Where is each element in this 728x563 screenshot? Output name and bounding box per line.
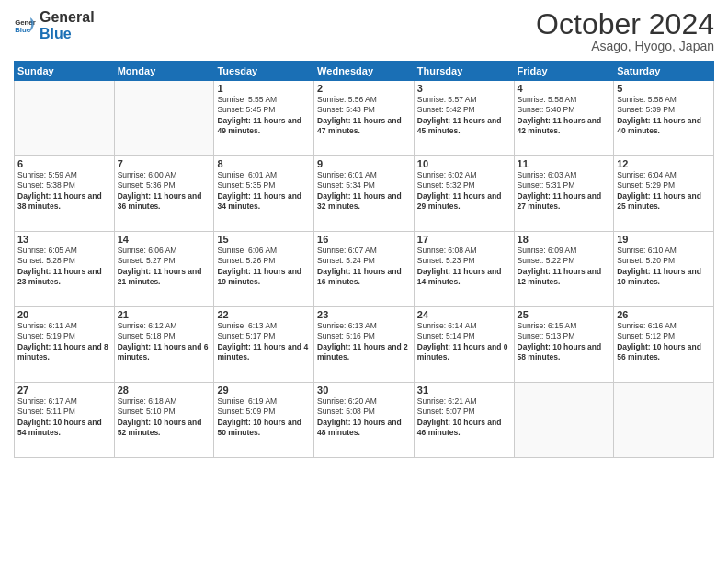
cell-info: Sunrise: 6:16 AMSunset: 5:12 PMDaylight:…: [617, 321, 711, 363]
calendar-cell: 17Sunrise: 6:08 AMSunset: 5:23 PMDayligh…: [414, 232, 514, 307]
calendar-cell: [614, 383, 714, 458]
day-number: 29: [217, 385, 311, 396]
day-number: 30: [317, 385, 411, 396]
calendar-cell: 13Sunrise: 6:05 AMSunset: 5:28 PMDayligh…: [15, 232, 115, 307]
cell-info: Sunrise: 5:58 AMSunset: 5:40 PMDaylight:…: [518, 95, 611, 137]
cell-info: Sunrise: 6:03 AMSunset: 5:31 PMDaylight:…: [518, 170, 611, 213]
calendar-cell: [514, 383, 614, 458]
cell-info: Sunrise: 6:14 AMSunset: 5:14 PMDaylight:…: [417, 321, 511, 363]
day-number: 16: [317, 234, 411, 245]
day-number: 17: [417, 234, 511, 245]
title-area: October 2024 Asago, Hyogo, Japan: [536, 9, 714, 53]
calendar-cell: [15, 81, 115, 156]
calendar-week-row: 20Sunrise: 6:11 AMSunset: 5:19 PMDayligh…: [15, 307, 714, 383]
logo: General Blue General Blue: [14, 9, 95, 41]
day-number: 26: [617, 309, 711, 320]
calendar-cell: 11Sunrise: 6:03 AMSunset: 5:31 PMDayligh…: [514, 156, 614, 232]
cell-info: Sunrise: 6:09 AMSunset: 5:22 PMDaylight:…: [518, 246, 611, 288]
cell-info: Sunrise: 6:01 AMSunset: 5:35 PMDaylight:…: [217, 170, 311, 213]
day-number: 22: [217, 309, 311, 320]
cell-info: Sunrise: 6:05 AMSunset: 5:28 PMDaylight:…: [17, 246, 111, 288]
cell-info: Sunrise: 6:02 AMSunset: 5:32 PMDaylight:…: [417, 170, 511, 213]
calendar-cell: 30Sunrise: 6:20 AMSunset: 5:08 PMDayligh…: [314, 383, 415, 458]
logo-icon: General Blue: [14, 15, 36, 37]
cell-info: Sunrise: 6:08 AMSunset: 5:23 PMDaylight:…: [417, 246, 511, 288]
day-number: 8: [217, 158, 311, 169]
cell-info: Sunrise: 5:57 AMSunset: 5:42 PMDaylight:…: [417, 95, 511, 137]
cell-info: Sunrise: 6:21 AMSunset: 5:07 PMDaylight:…: [417, 396, 511, 439]
location-subtitle: Asago, Hyogo, Japan: [536, 39, 714, 53]
calendar-cell: 21Sunrise: 6:12 AMSunset: 5:18 PMDayligh…: [114, 307, 214, 383]
day-number: 12: [617, 158, 711, 169]
cell-info: Sunrise: 6:20 AMSunset: 5:08 PMDaylight:…: [317, 396, 411, 439]
cell-info: Sunrise: 5:55 AMSunset: 5:45 PMDaylight:…: [217, 95, 311, 137]
calendar-cell: 25Sunrise: 6:15 AMSunset: 5:13 PMDayligh…: [514, 307, 614, 383]
weekday-header: Wednesday: [314, 62, 415, 81]
calendar-cell: 23Sunrise: 6:13 AMSunset: 5:16 PMDayligh…: [314, 307, 415, 383]
day-number: 25: [518, 309, 611, 320]
day-number: 31: [417, 385, 511, 396]
cell-info: Sunrise: 6:07 AMSunset: 5:24 PMDaylight:…: [317, 246, 411, 288]
weekday-header: Saturday: [614, 62, 714, 81]
calendar-cell: 31Sunrise: 6:21 AMSunset: 5:07 PMDayligh…: [414, 383, 514, 458]
cell-info: Sunrise: 5:59 AMSunset: 5:38 PMDaylight:…: [17, 170, 111, 213]
svg-text:Blue: Blue: [15, 26, 31, 34]
calendar-cell: 19Sunrise: 6:10 AMSunset: 5:20 PMDayligh…: [614, 232, 714, 307]
calendar-cell: 27Sunrise: 6:17 AMSunset: 5:11 PMDayligh…: [15, 383, 115, 458]
calendar-week-row: 13Sunrise: 6:05 AMSunset: 5:28 PMDayligh…: [15, 232, 714, 307]
day-number: 11: [518, 158, 611, 169]
calendar-cell: [114, 81, 214, 156]
cell-info: Sunrise: 6:13 AMSunset: 5:17 PMDaylight:…: [217, 321, 311, 363]
cell-info: Sunrise: 5:56 AMSunset: 5:43 PMDaylight:…: [317, 95, 411, 137]
day-number: 13: [17, 234, 111, 245]
cell-info: Sunrise: 6:12 AMSunset: 5:18 PMDaylight:…: [118, 321, 211, 363]
cell-info: Sunrise: 6:11 AMSunset: 5:19 PMDaylight:…: [17, 321, 111, 363]
day-number: 2: [317, 83, 411, 94]
day-number: 28: [118, 385, 211, 396]
calendar-cell: 15Sunrise: 6:06 AMSunset: 5:26 PMDayligh…: [214, 232, 314, 307]
cell-info: Sunrise: 6:01 AMSunset: 5:34 PMDaylight:…: [317, 170, 411, 213]
day-number: 7: [118, 158, 211, 169]
calendar-cell: 1Sunrise: 5:55 AMSunset: 5:45 PMDaylight…: [214, 81, 314, 156]
weekday-header: Sunday: [15, 62, 115, 81]
calendar-week-row: 27Sunrise: 6:17 AMSunset: 5:11 PMDayligh…: [15, 383, 714, 458]
calendar-cell: 8Sunrise: 6:01 AMSunset: 5:35 PMDaylight…: [214, 156, 314, 232]
cell-info: Sunrise: 6:00 AMSunset: 5:36 PMDaylight:…: [118, 170, 211, 213]
calendar-table: SundayMondayTuesdayWednesdayThursdayFrid…: [14, 61, 714, 458]
day-number: 10: [417, 158, 511, 169]
day-number: 23: [317, 309, 411, 320]
weekday-header: Tuesday: [214, 62, 314, 81]
day-number: 19: [617, 234, 711, 245]
calendar-container: General Blue General Blue October 2024 A…: [0, 0, 728, 563]
cell-info: Sunrise: 6:18 AMSunset: 5:10 PMDaylight:…: [118, 396, 211, 439]
calendar-body: 1Sunrise: 5:55 AMSunset: 5:45 PMDaylight…: [15, 81, 714, 458]
day-number: 4: [518, 83, 611, 94]
calendar-cell: 29Sunrise: 6:19 AMSunset: 5:09 PMDayligh…: [214, 383, 314, 458]
day-number: 5: [617, 83, 711, 94]
calendar-cell: 4Sunrise: 5:58 AMSunset: 5:40 PMDaylight…: [514, 81, 614, 156]
day-number: 21: [118, 309, 211, 320]
calendar-cell: 22Sunrise: 6:13 AMSunset: 5:17 PMDayligh…: [214, 307, 314, 383]
calendar-cell: 24Sunrise: 6:14 AMSunset: 5:14 PMDayligh…: [414, 307, 514, 383]
calendar-week-row: 6Sunrise: 5:59 AMSunset: 5:38 PMDaylight…: [15, 156, 714, 232]
calendar-cell: 18Sunrise: 6:09 AMSunset: 5:22 PMDayligh…: [514, 232, 614, 307]
day-number: 20: [17, 309, 111, 320]
calendar-cell: 14Sunrise: 6:06 AMSunset: 5:27 PMDayligh…: [114, 232, 214, 307]
weekday-header: Thursday: [414, 62, 514, 81]
calendar-cell: 16Sunrise: 6:07 AMSunset: 5:24 PMDayligh…: [314, 232, 415, 307]
cell-info: Sunrise: 6:06 AMSunset: 5:26 PMDaylight:…: [217, 246, 311, 288]
calendar-cell: 6Sunrise: 5:59 AMSunset: 5:38 PMDaylight…: [15, 156, 115, 232]
cell-info: Sunrise: 6:15 AMSunset: 5:13 PMDaylight:…: [518, 321, 611, 363]
day-number: 18: [518, 234, 611, 245]
calendar-cell: 12Sunrise: 6:04 AMSunset: 5:29 PMDayligh…: [614, 156, 714, 232]
calendar-cell: 2Sunrise: 5:56 AMSunset: 5:43 PMDaylight…: [314, 81, 415, 156]
calendar-cell: 20Sunrise: 6:11 AMSunset: 5:19 PMDayligh…: [15, 307, 115, 383]
cell-info: Sunrise: 6:10 AMSunset: 5:20 PMDaylight:…: [617, 246, 711, 288]
cell-info: Sunrise: 6:06 AMSunset: 5:27 PMDaylight:…: [118, 246, 211, 288]
calendar-cell: 9Sunrise: 6:01 AMSunset: 5:34 PMDaylight…: [314, 156, 415, 232]
calendar-week-row: 1Sunrise: 5:55 AMSunset: 5:45 PMDaylight…: [15, 81, 714, 156]
weekday-header: Friday: [514, 62, 614, 81]
day-number: 15: [217, 234, 311, 245]
header: General Blue General Blue October 2024 A…: [14, 9, 714, 53]
cell-info: Sunrise: 6:17 AMSunset: 5:11 PMDaylight:…: [17, 396, 111, 439]
